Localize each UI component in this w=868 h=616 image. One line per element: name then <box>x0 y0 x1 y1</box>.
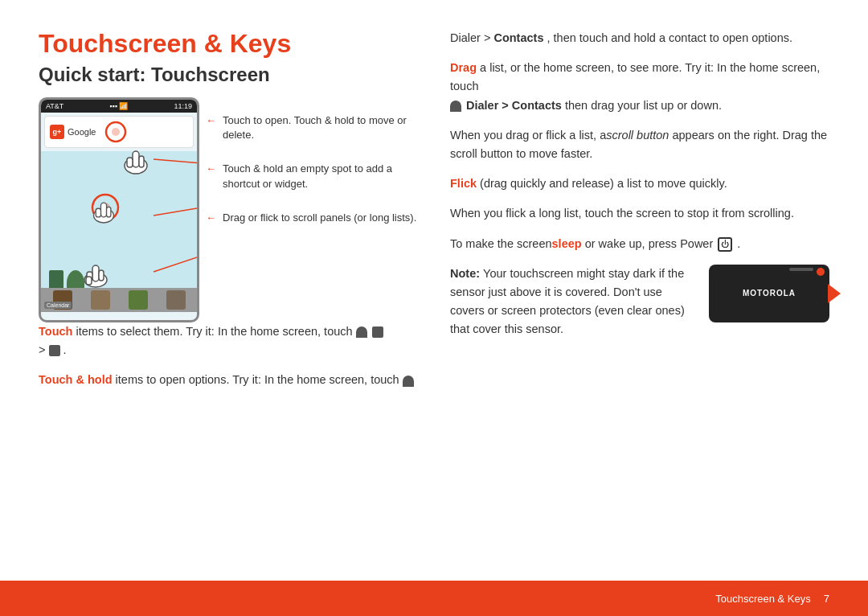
callout-text-3: Drag or flick to scroll panels (or long … <box>223 211 416 225</box>
callouts-right: ← Touch to open. Touch & hold to move or… <box>206 97 418 225</box>
arrow-symbol: > <box>39 343 49 356</box>
para-scroll-button: When you drag or flick a list, ascroll b… <box>450 126 829 163</box>
touch-hold-paragraph: Touch & hold items to open options. Try … <box>39 371 418 389</box>
touch-highlight: Touch <box>39 325 72 338</box>
para1-rest: , then touch and hold a contact to open … <box>543 31 792 44</box>
callout-item-1: ← Touch to open. Touch & hold to move or… <box>206 113 418 142</box>
sleep-start: To make the screen <box>450 237 552 250</box>
svg-rect-7 <box>127 158 133 167</box>
phone-screen-body: Calendar <box>41 151 197 312</box>
google-label: Google <box>68 127 96 137</box>
phone-status-bar: AT&T ▪▪▪ 📶 11:19 <box>41 100 197 113</box>
touch-hold-highlight: Touch & hold <box>39 373 113 386</box>
svg-line-18 <box>154 207 199 216</box>
touch-hold-text: items to open options. Try it: In the ho… <box>116 373 403 386</box>
page-title: Touchscreen & Keys <box>39 29 418 59</box>
callout-item-3: ← Drag or flick to scroll panels (or lon… <box>206 211 418 225</box>
svg-rect-9 <box>100 203 106 217</box>
period: . <box>63 343 67 356</box>
svg-point-1 <box>112 128 120 136</box>
person-icon <box>356 326 367 338</box>
flick-rest: (drag quickly and release) a list to mov… <box>480 177 727 190</box>
period-2: . <box>737 237 740 250</box>
footer-bar: Touchscreen & Keys 7 <box>0 581 868 616</box>
dock-icon-2 <box>91 290 110 310</box>
svg-line-17 <box>154 159 199 163</box>
scroll-start: When you drag or flick a list, a <box>450 129 606 142</box>
note-label: Note: <box>450 267 483 280</box>
google-icon: g+ <box>50 125 64 139</box>
google-search-bar: g+ Google <box>44 116 194 148</box>
svg-rect-14 <box>99 270 104 281</box>
svg-rect-5 <box>133 151 139 167</box>
power-icon: ⏻ <box>718 237 732 252</box>
drag-highlight: Drag <box>450 61 477 74</box>
para-flick: Flick (drag quickly and release) a list … <box>450 175 829 193</box>
person-icon-3 <box>450 101 461 112</box>
svg-line-19 <box>154 256 199 272</box>
dock-icon-3 <box>129 290 148 310</box>
section-title: Quick start: Touchscreen <box>39 64 418 86</box>
motorola-image: MOTOROLA <box>709 265 829 322</box>
svg-rect-11 <box>96 208 100 217</box>
para-dialer-contacts: Dialer > Contacts , then touch and hold … <box>450 29 829 47</box>
contacts-bold: Contacts <box>493 31 543 44</box>
footer-text: Touchscreen & Keys <box>715 593 811 605</box>
para-flick-long: When you flick a long list, touch the sc… <box>450 204 829 223</box>
drag-text-2: then drag your list up or down. <box>565 99 722 112</box>
carrier-label: AT&T <box>46 102 63 110</box>
para-sleep: To make the screensleep or wake up, pres… <box>450 235 829 253</box>
hand-cursor-1 <box>121 143 150 179</box>
flick-highlight: Flick <box>450 177 477 190</box>
touch-text-1: items to select them. Try it: In the hom… <box>76 325 355 338</box>
callout-text-2: Touch & hold an empty spot to add a shor… <box>223 162 418 191</box>
callout-item-2: ← Touch & hold an empty spot to add a sh… <box>206 162 418 191</box>
signal-icons: ▪▪▪ 📶 <box>109 102 128 110</box>
hand-cursor-3 <box>81 256 110 291</box>
main-content: Touchscreen & Keys Quick start: Touchscr… <box>0 0 868 581</box>
sleep-highlight: sleep <box>552 237 582 250</box>
moto-speaker <box>789 268 813 271</box>
arrow-2: ← <box>206 162 216 176</box>
page-container: Touchscreen & Keys Quick start: Touchscr… <box>0 0 868 616</box>
scroll-italic: scroll button <box>606 129 669 142</box>
right-column: Dialer > Contacts , then touch and hold … <box>450 29 829 565</box>
drag-text: a list, or the home screen, to see more.… <box>450 61 820 92</box>
note-text: Your touchscreen might stay dark if the … <box>450 267 685 336</box>
svg-rect-6 <box>139 156 144 167</box>
left-column: Touchscreen & Keys Quick start: Touchscr… <box>39 29 418 565</box>
calendar-label: Calendar <box>44 302 72 309</box>
motorola-label: MOTOROLA <box>743 287 796 300</box>
dock-icon-4 <box>166 290 186 310</box>
dialer-label: Dialer > <box>450 31 493 44</box>
para-drag: Drag a list, or the home screen, to see … <box>450 59 829 115</box>
contacts-bold-2: Contacts <box>512 99 562 112</box>
time-label: 11:19 <box>174 102 192 110</box>
callout-text-1: Touch to open. Touch & hold to move or d… <box>223 113 418 142</box>
svg-rect-10 <box>107 207 111 216</box>
moto-arrow <box>828 284 841 303</box>
svg-rect-16 <box>86 277 92 285</box>
person-icon-2 <box>403 376 414 387</box>
dialer-bold: Dialer > <box>466 99 512 112</box>
phone-frame: AT&T ▪▪▪ 📶 11:19 g+ Google <box>39 97 199 322</box>
touch-indicator-1 <box>104 120 128 144</box>
arrow-3: ← <box>206 211 216 225</box>
para-note: MOTOROLA Note: Your touchscreen might st… <box>450 265 829 339</box>
footer-page: 7 <box>824 593 829 605</box>
phone-mockup-area: AT&T ▪▪▪ 📶 11:19 g+ Google <box>39 97 418 322</box>
svg-rect-13 <box>92 265 99 281</box>
arrow-1: ← <box>206 113 216 128</box>
settings-icon <box>49 345 60 356</box>
hand-cursor-2 <box>91 195 117 228</box>
menu-icon <box>372 326 383 338</box>
sleep-rest: or wake up, press Power <box>582 237 714 250</box>
moto-indicator <box>817 268 825 276</box>
touch-paragraph-1: Touch items to select them. Try it: In t… <box>39 322 418 359</box>
